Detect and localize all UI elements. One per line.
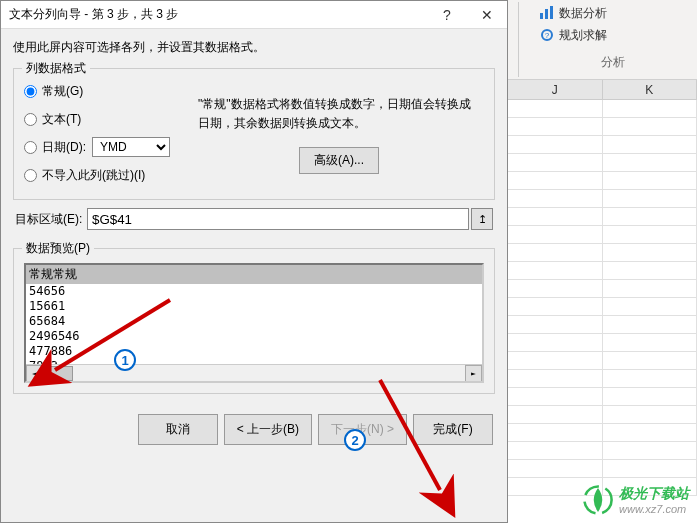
ribbon-group-label: 分析 [539, 54, 687, 71]
target-label: 目标区域(E): [15, 211, 87, 228]
collapse-icon: ↥ [478, 213, 487, 226]
cancel-button[interactable]: 取消 [138, 414, 218, 445]
format-legend: 列数据格式 [22, 60, 90, 77]
date-format-select[interactable]: YMD [92, 137, 170, 157]
format-fieldset: 列数据格式 常规(G) 文本(T) 日期(D): YM [13, 68, 495, 200]
radio-date-input[interactable] [24, 141, 37, 154]
preview-line: 15661 [29, 299, 479, 314]
text-wizard-dialog: 文本分列向导 - 第 3 步，共 3 步 ? ✕ 使用此屏内容可选择各列，并设置… [0, 0, 508, 523]
preview-box: 常规常规 54656 15661 65684 2496546 477886 78… [24, 263, 484, 383]
radio-general[interactable]: 常规(G) [24, 77, 194, 105]
finish-button[interactable]: 完成(F) [413, 414, 493, 445]
radio-text-input[interactable] [24, 113, 37, 126]
preview-line: 65684 [29, 314, 479, 329]
close-button[interactable]: ✕ [467, 1, 507, 29]
scroll-left-icon[interactable]: ◄ [26, 365, 43, 382]
ribbon-solver[interactable]: ? 规划求解 [539, 24, 687, 46]
radio-skip[interactable]: 不导入此列(跳过)(I) [24, 161, 194, 189]
watermark-text1: 极光下载站 [619, 485, 689, 503]
preview-line: 2496546 [29, 329, 479, 344]
grid[interactable] [508, 100, 697, 496]
back-button[interactable]: < 上一步(B) [224, 414, 312, 445]
dialog-body: 使用此屏内容可选择各列，并设置其数据格式。 列数据格式 常规(G) 文本(T) [1, 29, 507, 404]
svg-rect-0 [540, 13, 543, 19]
radio-skip-input[interactable] [24, 169, 37, 182]
radio-date[interactable]: 日期(D): YMD [24, 133, 194, 161]
scroll-thumb[interactable] [43, 366, 73, 381]
instruction-text: 使用此屏内容可选择各列，并设置其数据格式。 [13, 39, 495, 56]
preview-line: 477886 [29, 344, 479, 359]
radio-general-input[interactable] [24, 85, 37, 98]
format-description-area: "常规"数据格式将数值转换成数字，日期值会转换成日期，其余数据则转换成文本。 高… [194, 77, 484, 189]
watermark-logo-icon [581, 483, 615, 517]
col-header[interactable]: K [603, 80, 698, 99]
col-header[interactable]: J [508, 80, 603, 99]
spreadsheet: J K [508, 80, 697, 523]
ref-select-button[interactable]: ↥ [471, 208, 493, 230]
svg-text:?: ? [545, 31, 550, 40]
target-input[interactable] [87, 208, 469, 230]
preview-lines: 54656 15661 65684 2496546 477886 78-3 [26, 284, 482, 374]
data-analysis-icon [539, 5, 555, 21]
preview-line: 54656 [29, 284, 479, 299]
ribbon-analysis-group: 数据分析 ? 规划求解 分析 [508, 0, 697, 80]
next-button: 下一步(N) > [318, 414, 407, 445]
watermark-text2: www.xz7.com [619, 503, 689, 515]
help-button[interactable]: ? [427, 1, 467, 29]
advanced-button[interactable]: 高级(A)... [299, 147, 379, 174]
scroll-right-icon[interactable]: ► [465, 365, 482, 382]
dialog-title: 文本分列向导 - 第 3 步，共 3 步 [9, 6, 427, 23]
titlebar: 文本分列向导 - 第 3 步，共 3 步 ? ✕ [1, 1, 507, 29]
preview-scrollbar[interactable]: ◄ ► [26, 364, 482, 381]
column-headers: J K [508, 80, 697, 100]
ribbon-data-analysis[interactable]: 数据分析 [539, 2, 687, 24]
svg-rect-2 [550, 6, 553, 19]
preview-header: 常规常规 [26, 265, 482, 284]
preview-fieldset: 数据预览(P) 常规常规 54656 15661 65684 2496546 4… [13, 248, 495, 394]
target-row: 目标区域(E): ↥ [15, 208, 493, 230]
dialog-footer: 取消 < 上一步(B) 下一步(N) > 完成(F) [1, 404, 507, 455]
scroll-track[interactable] [43, 365, 465, 382]
watermark: 极光下载站 www.xz7.com [581, 483, 689, 517]
solver-icon: ? [539, 27, 555, 43]
radio-text[interactable]: 文本(T) [24, 105, 194, 133]
preview-legend: 数据预览(P) [22, 240, 94, 257]
svg-rect-1 [545, 9, 548, 19]
format-description: "常规"数据格式将数值转换成数字，日期值会转换成日期，其余数据则转换成文本。 [198, 95, 480, 133]
